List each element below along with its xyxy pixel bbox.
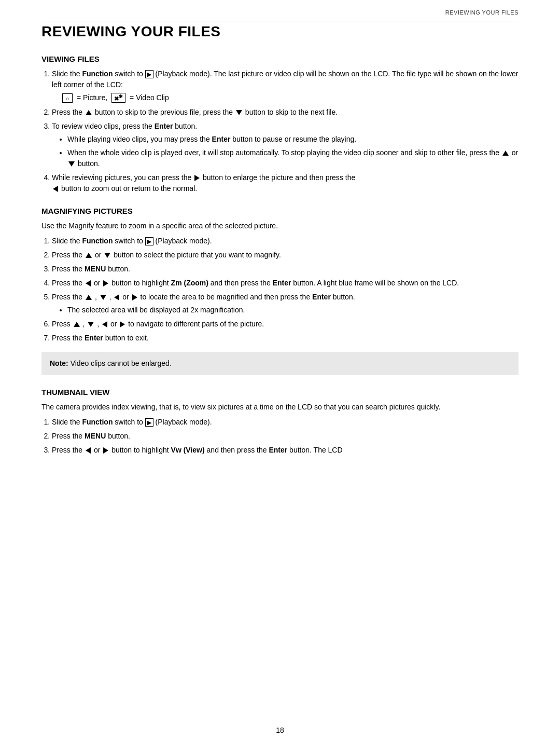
videoclip-label: = Video Clip: [128, 92, 169, 103]
triangle-left-icon: [53, 186, 58, 192]
list-item: Press the Enter button to exit.: [52, 333, 519, 344]
triangle-right-icon: [132, 294, 137, 300]
picture-label: = Picture,: [75, 92, 111, 103]
note-box: Note: Video clips cannot be enlarged.: [41, 352, 519, 375]
top-rule-area: REVIEWING YOUR FILES: [41, 21, 519, 21]
triangle-up-icon: [86, 295, 92, 300]
triangle-up-icon: [74, 322, 80, 327]
thumbnail-view-title: THUMBNAIL VIEW: [41, 388, 519, 396]
picture-icon: ○: [62, 93, 73, 103]
sub-list: While playing video clips, you may press…: [52, 134, 519, 169]
viewing-files-list: Slide the Function switch to ▶ (Playback…: [41, 69, 519, 194]
viewing-files-section: VIEWING FILES Slide the Function switch …: [41, 54, 519, 194]
top-divider: [41, 21, 519, 21]
playback-icon: ▶: [145, 418, 153, 427]
triangle-left-icon: [86, 280, 91, 286]
list-item: Press the button to skip to the previous…: [52, 107, 519, 118]
list-item: While playing video clips, you may press…: [67, 134, 519, 145]
triangle-down-icon: [104, 253, 110, 258]
triangle-right-icon: [120, 321, 125, 327]
triangle-down-icon: [68, 161, 75, 167]
list-item: To review video clips, press the Enter b…: [52, 121, 519, 169]
list-item: Press the , , or to locate the area to b…: [52, 292, 519, 316]
sub-list: The selected area will be displayed at 2…: [52, 305, 519, 316]
list-item: Press the or button to select the pictur…: [52, 250, 519, 261]
playback-icon: ▶: [145, 237, 153, 245]
thumbnail-list: Slide the Function switch to ▶ (Playback…: [41, 417, 519, 456]
playback-icon: ▶: [145, 70, 153, 78]
top-right-label: REVIEWING YOUR FILES: [445, 9, 519, 16]
triangle-down-icon: [88, 322, 94, 327]
list-item: While reviewing pictures, you can press …: [52, 172, 519, 194]
list-item: Slide the Function switch to ▶ (Playback…: [52, 69, 519, 104]
note-text: Note: Video clips cannot be enlarged.: [50, 359, 172, 367]
magnifying-pictures-title: MAGNIFYING PICTURES: [41, 207, 519, 215]
triangle-right-icon: [103, 280, 108, 286]
page-title: REVIEWING YOUR FILES: [41, 23, 519, 40]
magnifying-pictures-section: MAGNIFYING PICTURES Use the Magnify feat…: [41, 207, 519, 344]
magnifying-intro: Use the Magnify feature to zoom in a spe…: [41, 221, 519, 231]
triangle-up-icon: [86, 110, 92, 115]
list-item: Press the MENU button.: [52, 431, 519, 442]
page-number: 18: [276, 726, 284, 734]
list-item: Press the or button to highlight Zm (Zoo…: [52, 278, 519, 289]
thumbnail-intro: The camera provides index viewing, that …: [41, 402, 519, 413]
triangle-right-icon: [194, 175, 200, 181]
triangle-right-icon: [103, 447, 108, 454]
triangle-left-icon: [86, 447, 91, 454]
viewing-files-title: VIEWING FILES: [41, 54, 519, 63]
list-item: The selected area will be displayed at 2…: [67, 305, 519, 316]
triangle-left-icon: [102, 321, 107, 327]
triangle-up-icon: [86, 253, 92, 258]
triangle-down-icon: [236, 110, 242, 115]
list-item: Press the or button to highlight Vw (Vie…: [52, 445, 519, 456]
triangle-down-icon: [100, 295, 106, 300]
list-item: When the whole video clip is played over…: [67, 147, 519, 169]
list-item: Slide the Function switch to ▶ (Playback…: [52, 417, 519, 428]
videoclip-icon: ✖✱: [111, 93, 125, 103]
thumbnail-view-section: THUMBNAIL VIEW The camera provides index…: [41, 388, 519, 456]
magnifying-list: Slide the Function switch to ▶ (Playback…: [41, 236, 519, 344]
list-item: Press the MENU button.: [52, 264, 519, 275]
triangle-up-icon: [502, 150, 509, 156]
triangle-left-icon: [114, 294, 119, 300]
list-item: Slide the Function switch to ▶ (Playback…: [52, 236, 519, 247]
list-item: Press , , or to navigate to different pa…: [52, 319, 519, 330]
